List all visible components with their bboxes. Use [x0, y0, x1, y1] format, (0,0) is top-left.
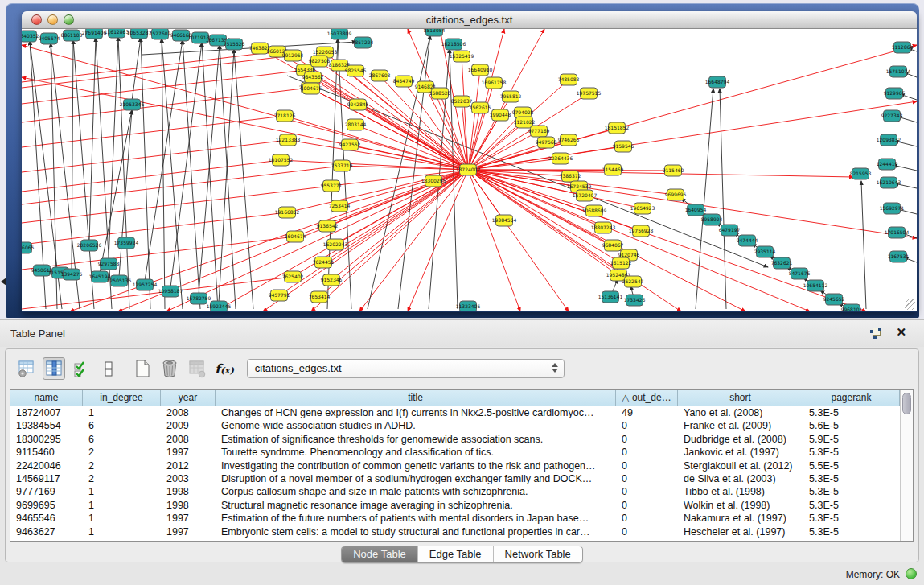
close-window-icon[interactable]	[31, 14, 42, 25]
graph-node[interactable]: 1527602	[150, 29, 171, 39]
graph-node[interactable]: 16202243	[323, 239, 348, 250]
float-panel-icon[interactable]	[870, 328, 882, 340]
graph-node[interactable]: 10654112	[803, 280, 828, 291]
graph-node[interactable]: 9777169	[528, 126, 550, 137]
graph-edge[interactable]	[355, 125, 468, 170]
graph-node[interactable]: 11612863	[105, 29, 129, 38]
graph-node[interactable]: 2803144	[345, 119, 367, 130]
import-table-icon[interactable]	[186, 357, 208, 380]
graph-edge[interactable]	[22, 70, 305, 104]
graph-node[interactable]: 16648794	[705, 76, 730, 88]
graph-edge[interactable]	[202, 43, 218, 309]
graph-node[interactable]: 2526065	[22, 242, 35, 253]
graph-edge[interactable]	[720, 89, 726, 309]
graph-node[interactable]: 19166852	[275, 207, 300, 218]
column-header-in_degree[interactable]: in_degree	[83, 390, 161, 406]
graph-edge[interactable]	[72, 40, 73, 270]
graph-node[interactable]: 9129966	[884, 88, 906, 99]
table-row[interactable]: 969969511998Structural magnetic resonanc…	[10, 499, 900, 512]
graph-node[interactable]: 7533719	[331, 160, 353, 171]
graph-edge[interactable]	[350, 145, 468, 170]
graph-edge[interactable]	[22, 45, 468, 170]
minimize-window-icon[interactable]	[47, 14, 58, 25]
graph-node[interactable]: 7386372	[560, 171, 581, 182]
graph-node[interactable]: 1990448	[490, 109, 511, 121]
graph-edge[interactable]	[162, 39, 165, 309]
graph-node[interactable]: 2718126	[274, 110, 296, 122]
graph-node[interactable]: 2522547	[622, 276, 644, 287]
graph-node[interactable]: 1588520	[429, 88, 451, 99]
table-row[interactable]: 946554611997Estimation of the future num…	[10, 512, 900, 525]
graph-edge[interactable]	[166, 170, 468, 311]
graph-edge[interactable]	[141, 38, 150, 309]
graph-node[interactable]: 10688609	[582, 205, 607, 216]
graph-node[interactable]: 7955812	[500, 91, 522, 102]
graph-node[interactable]: 16640910	[468, 64, 493, 76]
network-window-titlebar[interactable]: citations_edges.txt	[22, 11, 917, 29]
graph-node[interactable]: 9827508	[309, 56, 331, 67]
graph-node[interactable]: 9227343	[881, 110, 903, 122]
graph-edge[interactable]	[468, 159, 561, 170]
graph-node[interactable]: 1004676	[301, 83, 322, 94]
scrollbar-thumb[interactable]	[902, 393, 911, 414]
graph-node[interactable]: 12213383	[276, 134, 301, 146]
table-row[interactable]: 1456911722003Disruption of a novel membe…	[10, 472, 900, 485]
graph-node[interactable]: 1154469	[602, 164, 624, 175]
column-header-name[interactable]: name	[10, 390, 83, 406]
graph-node[interactable]: 7485083	[558, 74, 580, 85]
tab-network-table[interactable]: Network Table	[493, 546, 582, 562]
table-row[interactable]: 977716911998Corpus callosum shape and si…	[10, 485, 900, 498]
graph-node[interactable]: 9684067	[602, 240, 624, 251]
graph-node[interactable]: 16218506	[441, 39, 466, 50]
graph-node[interactable]: 10653287	[127, 29, 152, 39]
graph-edge[interactable]	[132, 38, 141, 101]
graph-node[interactable]: 9405574	[39, 33, 60, 44]
graph-node[interactable]: 8813054	[424, 29, 446, 36]
table-row[interactable]: 2242004622012Investigating the contribut…	[10, 459, 900, 472]
graph-node[interactable]: 10107552	[269, 154, 294, 166]
graph-node[interactable]: 2867608	[369, 70, 391, 81]
graph-edge[interactable]	[696, 89, 713, 309]
graph-edge[interactable]	[468, 170, 520, 311]
show-column-icon[interactable]	[43, 357, 65, 380]
graph-node[interactable]: 15136141	[598, 291, 623, 303]
graph-node[interactable]: 9297588	[98, 258, 120, 270]
graph-node[interactable]: 21053346	[120, 99, 145, 110]
graph-node[interactable]: 8861103	[61, 30, 83, 41]
tab-node-table[interactable]: Node Table	[342, 546, 417, 562]
graph-edge[interactable]	[234, 49, 253, 309]
graph-node[interactable]: 1640954	[685, 204, 707, 216]
column-settings-icon[interactable]	[15, 357, 38, 380]
graph-node[interactable]: 1562615	[470, 102, 491, 113]
graph-node[interactable]: 12093832	[877, 134, 901, 146]
graph-node[interactable]: 1112864	[892, 42, 914, 53]
graph-node[interactable]: 27691406	[82, 29, 107, 39]
graph-node[interactable]: 9152346	[321, 274, 343, 286]
graph-edge[interactable]	[468, 70, 480, 170]
graph-node[interactable]: 15720407	[573, 190, 598, 201]
graph-node[interactable]: 2935114	[754, 246, 776, 257]
graph-node[interactable]: 9912954	[282, 50, 304, 61]
select-all-icon[interactable]	[70, 357, 92, 380]
graph-edge[interactable]	[22, 160, 281, 192]
graph-node[interactable]: 1604674	[285, 231, 306, 242]
network-canvas[interactable]: 7463822966012899129541654339234200498435…	[22, 29, 917, 311]
column-header-out_de[interactable]: △ out_de…	[616, 390, 678, 406]
graph-node[interactable]: 1394275	[61, 269, 83, 280]
zoom-window-icon[interactable]	[64, 14, 74, 25]
graph-node[interactable]: 20206526	[77, 240, 102, 251]
graph-node[interactable]: 7632621	[771, 257, 793, 269]
graph-node[interactable]: 18300295	[421, 175, 446, 187]
graph-edge[interactable]	[468, 142, 546, 170]
table-selector-dropdown[interactable]: citations_edges.txt	[247, 359, 565, 378]
graph-node[interactable]: 9474444	[737, 235, 758, 246]
graph-node[interactable]: 1167531	[888, 251, 910, 262]
graph-node[interactable]: 12505135	[107, 275, 132, 286]
graph-node[interactable]: 9457791	[269, 290, 290, 301]
graph-node[interactable]: 17957254	[133, 279, 158, 290]
graph-edge[interactable]	[468, 170, 810, 311]
graph-node[interactable]: 8454749	[393, 76, 415, 87]
table-row[interactable]: 1830029562008Estimation of significance …	[10, 433, 900, 446]
graph-node[interactable]: 19384554	[492, 215, 517, 226]
graph-node[interactable]: 9245652	[823, 294, 845, 305]
